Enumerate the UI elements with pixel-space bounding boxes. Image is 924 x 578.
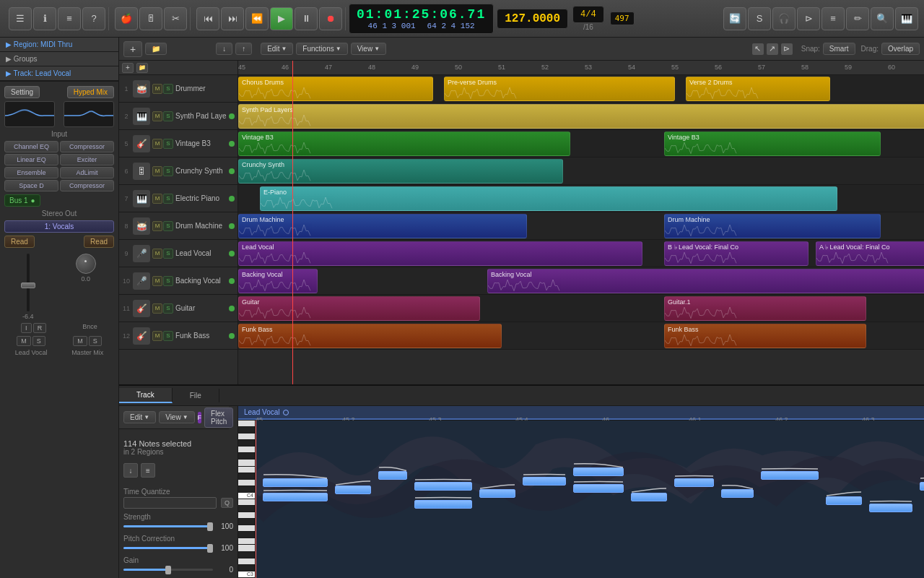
- piano-key-9[interactable]: [238, 480, 255, 486]
- read-btn-left[interactable]: Read: [4, 236, 35, 248]
- piano-key-11[interactable]: C4: [238, 493, 255, 499]
- track-s-1[interactable]: S: [163, 84, 173, 94]
- piano-key-8[interactable]: [238, 473, 255, 480]
- track-header-1[interactable]: 1 🥁 M S Drummer: [119, 75, 237, 103]
- arrange-btn[interactable]: ☰: [9, 7, 32, 30]
- piano-btn[interactable]: 🎹: [895, 7, 918, 30]
- prev-btn[interactable]: ⏪: [245, 7, 269, 30]
- piano-key-12[interactable]: [238, 499, 255, 506]
- edit-dropdown[interactable]: Edit ▼: [261, 43, 293, 55]
- scissors-btn[interactable]: ✂: [164, 7, 187, 30]
- compressor1-btn[interactable]: Compressor: [60, 141, 114, 152]
- track-m-5[interactable]: M: [152, 139, 162, 149]
- gain-slider[interactable]: [123, 569, 213, 571]
- region-bar[interactable]: ▶ Region: MIDI Thru: [0, 38, 118, 52]
- sync-btn[interactable]: 🔄: [723, 7, 746, 30]
- editor-edit-btn[interactable]: Edit ▼: [123, 411, 156, 423]
- space-d-btn[interactable]: Space D: [4, 180, 58, 191]
- vocals-btn[interactable]: 1: Vocals: [4, 220, 114, 233]
- region-1-0[interactable]: Chorus Drums: [238, 77, 433, 101]
- region-10-0[interactable]: Backing Vocal: [238, 269, 318, 293]
- folder-add-btn[interactable]: 📁: [136, 63, 148, 73]
- track-s-10[interactable]: S: [163, 276, 173, 286]
- pitch-slider[interactable]: [123, 547, 213, 549]
- track-s-2[interactable]: S: [163, 111, 173, 121]
- ensemble-btn[interactable]: Ensemble: [4, 167, 58, 178]
- track-s-8[interactable]: S: [163, 221, 173, 231]
- region-9-1[interactable]: B ♭ Lead Vocal: Final Co: [664, 241, 808, 266]
- eq-curve-left[interactable]: [4, 101, 55, 127]
- eq-curve-right[interactable]: [64, 101, 114, 127]
- track-s-12[interactable]: S: [163, 331, 173, 341]
- list-btn[interactable]: ≡: [58, 7, 81, 30]
- piano-key-23[interactable]: C3: [238, 571, 255, 578]
- track-header-9[interactable]: 9 🎤 M S Lead Vocal: [119, 240, 237, 267]
- r-btn[interactable]: R: [33, 323, 47, 333]
- piano-key-6[interactable]: [238, 460, 255, 466]
- down-btn[interactable]: ↓: [216, 43, 232, 55]
- track-header-6[interactable]: 6 🎛 M S Crunchy Synth: [119, 158, 237, 185]
- track-m-9[interactable]: M: [152, 249, 162, 259]
- region-12-0[interactable]: Funk Bass: [238, 324, 502, 348]
- s-btn-right[interactable]: S: [89, 336, 102, 346]
- piano-key-17[interactable]: [238, 532, 255, 538]
- piano-grid[interactable]: [256, 420, 924, 578]
- piano-key-2[interactable]: [238, 434, 255, 440]
- s-btn[interactable]: S: [748, 7, 771, 30]
- record-btn[interactable]: ⏺: [319, 7, 342, 30]
- list2-btn[interactable]: ≡: [821, 7, 845, 30]
- track-s-5[interactable]: S: [163, 139, 173, 149]
- piano-key-22[interactable]: [238, 565, 255, 571]
- piano-key-10[interactable]: [238, 486, 255, 493]
- track-header-11[interactable]: 11 🎸 M S Guitar: [119, 295, 237, 322]
- headphone-btn[interactable]: 🎧: [772, 7, 796, 30]
- track-s-6[interactable]: S: [163, 166, 173, 176]
- i-btn[interactable]: I: [21, 323, 32, 333]
- track-m-6[interactable]: M: [152, 166, 162, 176]
- track-header-12[interactable]: 12 🎸 M S Funk Bass: [119, 322, 237, 350]
- cursor2-btn[interactable]: ↗: [767, 43, 778, 55]
- track-m-7[interactable]: M: [152, 194, 162, 204]
- track-s-11[interactable]: S: [163, 303, 173, 314]
- track-header-2[interactable]: 2 🎹 M S Synth Pad Layers: [119, 103, 237, 130]
- functions-dropdown[interactable]: Functions ▼: [296, 43, 347, 55]
- bpm-display[interactable]: 127.0000: [497, 9, 568, 29]
- piano-key-3[interactable]: [238, 440, 255, 447]
- region-5-0[interactable]: Vintage B3: [238, 131, 570, 156]
- piano-key-14[interactable]: [238, 512, 255, 519]
- apple-logo[interactable]: 🍎: [115, 7, 138, 30]
- m-btn-right[interactable]: M: [73, 336, 87, 346]
- region-7-0[interactable]: E-Piano: [260, 186, 837, 211]
- track-m-11[interactable]: M: [152, 303, 162, 314]
- region-9-2[interactable]: A ♭ Lead Vocal: Final Co: [816, 241, 924, 266]
- tab-track[interactable]: Track: [119, 388, 173, 403]
- up-btn[interactable]: ↑: [235, 43, 252, 55]
- track-s-7[interactable]: S: [163, 194, 173, 204]
- track-lead-bar[interactable]: ▶ Track: Lead Vocal: [0, 66, 118, 82]
- hyped-mix-button[interactable]: Hyped Mix: [67, 86, 114, 98]
- help-btn[interactable]: ?: [82, 7, 105, 30]
- region-8-1[interactable]: Drum Machine: [664, 214, 881, 238]
- cursor-btn[interactable]: ↖: [752, 43, 764, 55]
- track-header-7[interactable]: 7 🎹 M S Electric Piano: [119, 185, 237, 212]
- piano-key-15[interactable]: [238, 519, 255, 525]
- region-5-1[interactable]: Vintage B3: [664, 131, 881, 156]
- strength-slider[interactable]: [123, 525, 213, 527]
- edit2-btn[interactable]: ✏: [846, 7, 869, 30]
- info-btn[interactable]: ℹ: [33, 7, 56, 30]
- out-btn[interactable]: ⊳: [797, 7, 820, 30]
- notes-menu-btn[interactable]: ≡: [141, 463, 155, 478]
- pause-btn[interactable]: ⏸: [295, 7, 318, 30]
- s-btn-left[interactable]: S: [32, 336, 45, 346]
- track-m-1[interactable]: M: [152, 84, 162, 94]
- drag-dropdown[interactable]: Overlap: [881, 43, 920, 55]
- quantize-btn[interactable]: Q: [221, 498, 233, 508]
- region-10-1[interactable]: Backing Vocal: [487, 269, 924, 293]
- fader-track-left[interactable]: [27, 254, 30, 311]
- pan-knob[interactable]: [76, 254, 96, 274]
- folder-btn[interactable]: 📁: [145, 43, 167, 55]
- piano-key-4[interactable]: [238, 447, 255, 453]
- region-11-0[interactable]: Guitar: [238, 296, 480, 321]
- pitch-thumb[interactable]: [207, 544, 213, 553]
- add-btn[interactable]: +: [122, 63, 134, 73]
